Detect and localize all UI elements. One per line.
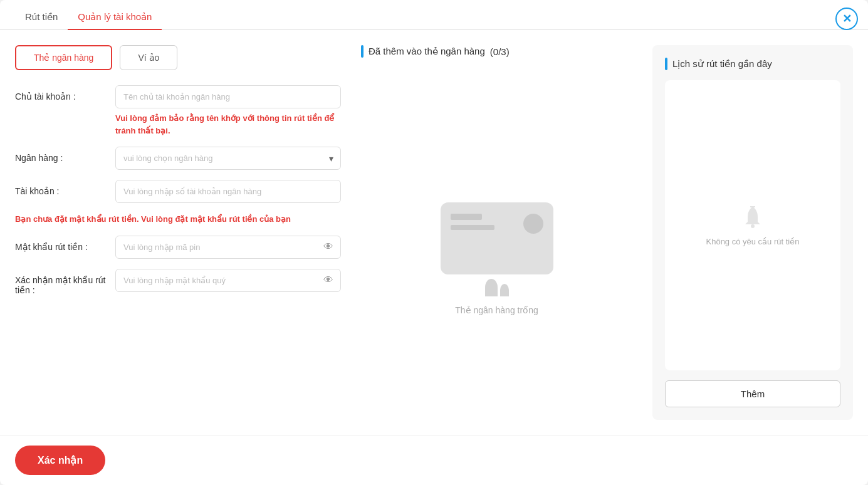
- input-mat-khau-wrap: 👁: [115, 236, 341, 259]
- input-chu-tai-khoan-wrap: Vui lòng đảm bảo rằng tên khớp với thông…: [115, 85, 341, 137]
- field-xac-nhan-mat-khau: Xác nhận mật khẩu rút tiền : 👁: [15, 269, 341, 295]
- select-ngan-hang[interactable]: vui lòng chọn ngân hàng: [115, 147, 341, 170]
- svg-point-0: [751, 224, 755, 228]
- dec-figure-right: [500, 284, 509, 296]
- eye-wrap-mat-khau: 👁: [115, 236, 341, 259]
- field-ngan-hang: Ngân hàng : vui lòng chọn ngân hàng ▾: [15, 147, 341, 170]
- input-xac-nhan-wrap: 👁: [115, 269, 341, 292]
- right-title-bar-icon: [665, 58, 667, 70]
- password-warning: Bạn chưa đặt mật khẩu rút tiền. Vui lòng…: [15, 213, 341, 226]
- tab-rut-tien[interactable]: Rút tiền: [15, 5, 68, 30]
- card-empty-label: Thẻ ngân hàng trống: [455, 305, 538, 315]
- select-ngan-hang-wrap: vui lòng chọn ngân hàng ▾: [115, 147, 341, 170]
- submit-button[interactable]: Xác nhận: [15, 446, 105, 475]
- them-button[interactable]: Thêm: [665, 380, 840, 407]
- eye-icon-mat-khau[interactable]: 👁: [323, 241, 333, 253]
- input-chu-tai-khoan[interactable]: [115, 85, 341, 108]
- bell-icon: [740, 204, 765, 229]
- select-wrap-ngan-hang: vui lòng chọn ngân hàng ▾: [115, 147, 341, 170]
- btn-the-ngan-hang[interactable]: Thẻ ngân hàng: [15, 45, 112, 70]
- label-chu-tai-khoan: Chủ tài khoản :: [15, 85, 115, 102]
- card-chip: [451, 214, 482, 220]
- input-tai-khoan[interactable]: [115, 180, 341, 203]
- modal-container: ✕ Rút tiền Quản lý tài khoản Thẻ ngân hà…: [0, 0, 868, 485]
- left-panel: Thẻ ngân hàng Ví ảo Chủ tài khoản : Vui …: [15, 45, 341, 420]
- card-type-selector: Thẻ ngân hàng Ví ảo: [15, 45, 341, 70]
- input-mat-khau[interactable]: [115, 236, 341, 259]
- label-ngan-hang: Ngân hàng :: [15, 147, 115, 163]
- label-mat-khau: Mật khẩu rút tiền :: [15, 236, 115, 252]
- main-content: Thẻ ngân hàng Ví ảo Chủ tài khoản : Vui …: [0, 30, 868, 435]
- card-illustration: Thẻ ngân hàng trống: [361, 73, 632, 420]
- input-xac-nhan-mat-khau[interactable]: [115, 269, 341, 292]
- empty-state: Không có yêu cầu rút tiền: [665, 80, 840, 370]
- close-button[interactable]: ✕: [835, 8, 858, 30]
- label-xac-nhan-mat-khau: Xác nhận mật khẩu rút tiền :: [15, 269, 115, 295]
- bank-card-shape: [441, 202, 553, 274]
- card-logo-circle: [523, 214, 543, 234]
- field-tai-khoan: Tài khoản :: [15, 180, 341, 203]
- field-chu-tai-khoan: Chủ tài khoản : Vui lòng đảm bảo rằng tê…: [15, 85, 341, 137]
- input-tai-khoan-wrap: [115, 180, 341, 203]
- eye-icon-xac-nhan[interactable]: 👁: [323, 274, 333, 286]
- right-section-title: Lịch sử rút tiền gần đây: [665, 58, 840, 70]
- title-bar-icon: [361, 45, 363, 58]
- right-title-text: Lịch sử rút tiền gần đây: [672, 58, 772, 70]
- dec-figure-left: [485, 279, 498, 296]
- btn-vi-ao[interactable]: Ví ảo: [120, 45, 177, 70]
- middle-section-title: Đã thêm vào thẻ ngân hàng (0/3): [361, 45, 510, 58]
- bottom-bar: Xác nhận: [0, 435, 868, 485]
- label-tai-khoan: Tài khoản :: [15, 180, 115, 196]
- eye-wrap-xac-nhan: 👁: [115, 269, 341, 292]
- middle-panel: Đã thêm vào thẻ ngân hàng (0/3): [341, 45, 652, 420]
- middle-title-text: Đã thêm vào thẻ ngân hàng: [369, 46, 485, 57]
- field-mat-khau: Mật khẩu rút tiền : 👁: [15, 236, 341, 259]
- tabs-bar: Rút tiền Quản lý tài khoản: [0, 0, 868, 30]
- empty-state-text: Không có yêu cầu rút tiền: [706, 237, 800, 246]
- middle-count: (0/3): [490, 46, 510, 57]
- card-number-strip: [451, 225, 494, 230]
- warning-chu-tai-khoan: Vui lòng đảm bảo rằng tên khớp với thông…: [115, 112, 341, 137]
- card-image-wrap: [428, 202, 566, 290]
- right-panel: Lịch sử rút tiền gần đây Không có yêu cầ…: [652, 45, 853, 420]
- card-decoration: [485, 279, 509, 296]
- tab-quan-ly-tai-khoan[interactable]: Quản lý tài khoản: [68, 5, 162, 30]
